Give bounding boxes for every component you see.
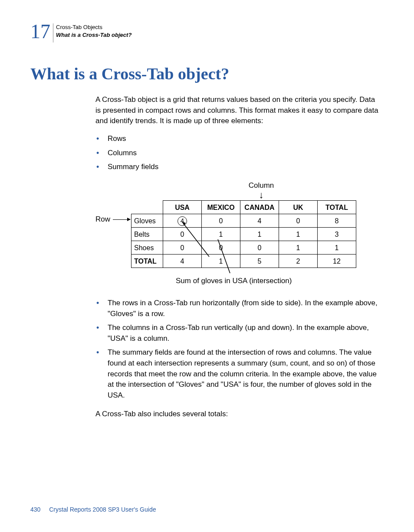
table-cell: 0 bbox=[240, 241, 279, 255]
table-cell: 1 bbox=[202, 228, 240, 241]
list-item: The rows in a Cross-Tab run horizontally… bbox=[95, 298, 379, 319]
header-text-block: Cross-Tab Objects What is a Cross-Tab ob… bbox=[56, 22, 131, 39]
table-row-header: Belts bbox=[131, 228, 163, 241]
table-row-header: Gloves bbox=[131, 214, 163, 228]
section-title: What is a Cross-Tab object? bbox=[56, 31, 131, 39]
table-cell: 1 bbox=[202, 255, 240, 268]
table-cell: 4 bbox=[163, 214, 202, 228]
table-row: Belts 0 1 1 1 3 bbox=[131, 228, 356, 241]
closing-paragraph: A Cross-Tab also includes several totals… bbox=[95, 409, 379, 420]
header-divider bbox=[53, 23, 53, 42]
table-header: CANADA bbox=[240, 201, 279, 214]
chapter-number: 17 bbox=[30, 22, 50, 42]
circled-value: 4 bbox=[177, 216, 187, 226]
row-label: Row bbox=[95, 214, 110, 225]
table-cell: 1 bbox=[279, 228, 318, 241]
chapter-title: Cross-Tab Objects bbox=[56, 23, 131, 31]
table-row: USA MEXICO CANADA UK TOTAL bbox=[131, 201, 356, 214]
table-cell: 1 bbox=[279, 241, 318, 255]
table-header: TOTAL bbox=[318, 201, 356, 214]
intro-paragraph: A Cross-Tab object is a grid that return… bbox=[95, 95, 379, 127]
right-arrow-icon bbox=[113, 219, 130, 220]
table-cell: 1 bbox=[240, 228, 279, 241]
column-label-block: Column ↓ bbox=[143, 180, 379, 199]
table-row-header: Shoes bbox=[131, 241, 163, 255]
table-row: Gloves 4 0 4 0 8 bbox=[131, 214, 356, 228]
page-title: What is a Cross-Tab object? bbox=[30, 64, 384, 83]
table-cell: 0 bbox=[202, 214, 240, 228]
list-item: Summary fields bbox=[95, 162, 379, 173]
table-cell: 1 bbox=[318, 241, 356, 255]
crosstab-table: USA MEXICO CANADA UK TOTAL Gloves 4 0 4 … bbox=[131, 200, 356, 268]
table-cell: 0 bbox=[163, 228, 202, 241]
table-cell-empty bbox=[131, 201, 163, 214]
explanation-list: The rows in a Cross-Tab run horizontally… bbox=[95, 298, 379, 401]
table-row: Shoes 0 0 0 1 1 bbox=[131, 241, 356, 255]
table-header: USA bbox=[163, 201, 202, 214]
table-cell: 3 bbox=[318, 228, 356, 241]
table-cell: 4 bbox=[240, 214, 279, 228]
table-cell: 0 bbox=[163, 241, 202, 255]
page-footer: 430 Crystal Reports 2008 SP3 User's Guid… bbox=[30, 506, 156, 513]
table-header: MEXICO bbox=[202, 201, 240, 214]
book-title: Crystal Reports 2008 SP3 User's Guide bbox=[49, 506, 156, 513]
table-cell: 2 bbox=[279, 255, 318, 268]
list-item: The summary fields are found at the inte… bbox=[95, 347, 379, 401]
list-item: Columns bbox=[95, 148, 379, 159]
table-cell: 0 bbox=[279, 214, 318, 228]
crosstab-figure: Column ↓ Row USA MEXICO CANADA UK bbox=[95, 180, 379, 287]
elements-list: Rows Columns Summary fields bbox=[95, 134, 379, 173]
table-header: UK bbox=[279, 201, 318, 214]
table-cell: 0 bbox=[202, 241, 240, 255]
row-label-block: Row bbox=[95, 214, 131, 225]
table-row-header: TOTAL bbox=[131, 255, 163, 268]
figure-caption: Sum of gloves in USA (intersection) bbox=[176, 276, 379, 287]
table-cell: 4 bbox=[163, 255, 202, 268]
list-item: Rows bbox=[95, 134, 379, 144]
table-cell: 12 bbox=[318, 255, 356, 268]
table-cell: 8 bbox=[318, 214, 356, 228]
down-arrow-icon: ↓ bbox=[143, 191, 379, 199]
page-header: 17 Cross-Tab Objects What is a Cross-Tab… bbox=[30, 22, 384, 42]
table-cell: 5 bbox=[240, 255, 279, 268]
table-row: TOTAL 4 1 5 2 12 bbox=[131, 255, 356, 268]
page-number: 430 bbox=[30, 506, 40, 513]
list-item: The columns in a Cross-Tab run verticall… bbox=[95, 323, 379, 344]
